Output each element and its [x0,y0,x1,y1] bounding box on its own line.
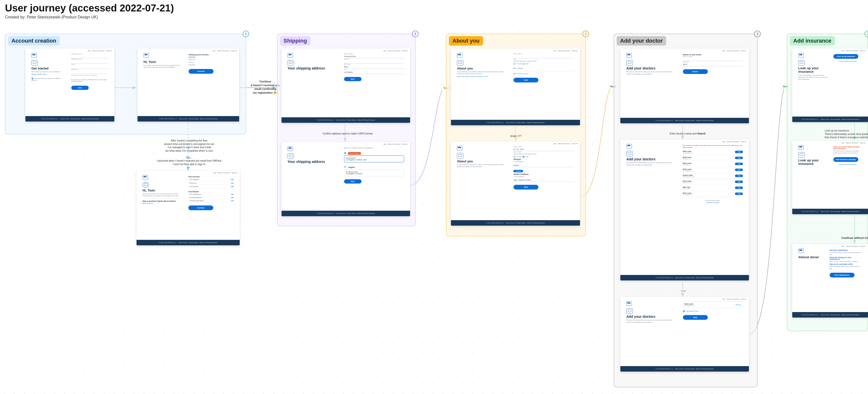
mock-dashboard[interactable]: FAQABOUT PILLPACKSIGN IN Hi, Tom! We jus… [136,171,240,245]
doctor-result-add-button[interactable]: Add [735,174,743,177]
doctor-added-addr: Los Angeles, CA [685,305,695,306]
almost-done-next-button[interactable]: Next: Medications [830,273,855,277]
mock-shipping-2[interactable]: FAQABOUT PILLPACKSIGN IN Your shipping a… [281,142,410,216]
dashboard-review-h: Your Review [188,191,234,193]
shield-icon [798,152,805,158]
mock-insurance-1[interactable]: FAQABOUT PILLPACKSIGN IN Look up your in… [792,48,868,122]
section-doctor-label: Add your doctor [617,36,666,45]
logo-icon [798,145,804,150]
almost-row3: Sign up for automatic refills [830,263,862,265]
mock-doctor-2[interactable]: FAQABOUT PILLPACKSIGN IN Add your doctor… [620,139,749,281]
doctor-2-sub: We need to know which doctors you see so… [626,162,675,166]
doctor-result-addr: New York, NY [683,182,692,184]
lookup-insurance-button[interactable]: Look up my insurance [833,54,858,59]
dashboard-title: Hi, Tom! [143,189,181,192]
doctor-result-add-button[interactable]: Add [735,169,743,171]
doctor-result-add-button[interactable]: Add [735,193,743,195]
insurance-error-h: Sorry, we weren't able to locate your in… [833,146,862,150]
field-city: Los Angeles [344,70,404,74]
shipping-2-hint: We found a nearby address in the databas… [344,147,404,149]
almost-done-title: Almost done! [798,256,825,259]
add-another-doctor: Add another doctor [686,310,699,312]
page-subtitle: Created by: Peter Staniszewski (Product … [5,15,174,20]
hi-tom-continue-button[interactable]: Continue [189,69,214,74]
doctor-3-sub: We need to know which doctors you see so… [626,319,675,323]
step-about: About you [189,59,233,61]
doctor-3-next-button[interactable]: Next [683,315,708,320]
shipping-2-next-button[interactable]: Next [344,179,362,184]
mock-doctor-1[interactable]: FAQABOUT PILLPACKSIGN IN Add your doctor… [620,48,749,123]
doctor-search-button[interactable]: Search [683,69,708,74]
allergy-pill: Peanuts [514,170,523,172]
field-dob-2: 02 / 23 / 1992 [514,147,574,151]
shipping-1-next-button[interactable]: Next [344,77,362,81]
doctor-none: Don't see your doctor? [705,200,720,201]
section-insurance-label: Add insurance [790,36,835,45]
conditions-h: Health Conditions [514,173,574,175]
doctor-result-row[interactable]: Brian LawnNew York, NYAdd [683,179,743,185]
mock-get-started[interactable]: FAQABOUT PILLPACKSIGN IN Get started Tel… [25,48,114,122]
doctor-result-add-button[interactable]: Add [735,163,743,165]
doctor-result-addr: Brooklyn, NY [683,158,692,160]
sex-male: Male [525,63,529,65]
almost-row1: Add your medications [830,249,862,251]
dashboard-acct-h: Your Account [188,176,234,177]
mock-hi-tom[interactable]: FAQABOUT PILLPACKSIGN IN Hi, Tom! It onl… [137,48,239,122]
logo-icon [457,53,462,58]
about-1-sub: As your pharmacy, we need to make sure w… [457,71,506,75]
radio-original [344,166,346,168]
doctor-result-name: Brian Lawn [683,192,693,194]
section-about-label: About you [449,36,483,45]
mock-shipping-1[interactable]: FAQABOUT PILLPACKSIGN IN Your shipping a… [281,48,410,123]
doctor-2-title: Add your doctors [626,157,675,161]
section-shipping-label: Shipping [280,36,310,45]
page-title: User journey (accessed 2022-07-21) [5,2,174,13]
doctor-3-title: Add your doctors [626,315,675,319]
section-doctor-badge: 3 [754,31,761,37]
mock-insurance-3[interactable]: FAQABOUT PILLPACKSIGN IN Almost done! Ad… [792,244,868,318]
no-conditions: No health conditions [515,73,529,74]
mock-insurance-2[interactable]: FAQABOUT PILLPACKSIGN IN Look up your in… [792,141,868,214]
mock-about-2[interactable]: FAQABOUT PILLPACKSIGN IN About you As yo… [451,141,580,226]
get-started-title: Get started [31,66,64,70]
doctor-result-row[interactable]: Brian LawnLos Angeles, CAAdd [683,149,743,155]
doctor-result-row[interactable]: Hubert LailleSan Francisco, CAAdd [683,173,743,179]
doctor-result-name: Brian Lawn [683,162,692,164]
doctor-result-addr: Los Angeles, CA [683,194,693,196]
doctor-result-add-button[interactable]: Add [735,180,743,183]
mock-about-1[interactable]: FAQABOUT PILLPACKSIGN IN About you As yo… [451,48,580,125]
mock-doctor-3[interactable]: FAQABOUT PILLPACKSIGN IN Add your doctor… [620,297,749,371]
doctor-result-add-button[interactable]: Add [735,157,743,159]
doctor-result-row[interactable]: Brian LawnOak Park, ILAdd [683,161,743,167]
doctor-1-title: Add your doctors [626,66,675,70]
search-doctor-h: Search for your doctor [683,54,743,56]
insurance-1-sub: If you're planning to use your pharmacy … [798,74,829,80]
person-icon [457,60,463,66]
step-shipping: Shipping [189,56,233,58]
section-account-badge: 1 [243,31,249,37]
mock-nav: FAQABOUT PILLPACKSIGN IN [88,50,112,52]
doctor-result-row[interactable]: Max LasaBoston, MAAdd [683,185,743,191]
about-1-next-button[interactable]: Next [514,78,538,83]
doctor-result-row[interactable]: Brian LawnLos Angeles, CAAdd [683,191,743,197]
add-insurance-manually-button[interactable]: Add insurance manually [833,157,858,162]
doctor-result-add-button[interactable]: Add [735,187,743,189]
about-1-title: About you [457,66,506,70]
get-started-sub1: Tell us about yourself and your medicati… [31,71,64,73]
logo-icon [31,53,37,58]
allergies-h: Allergies [514,158,574,160]
addr-recommended: 98 Harvest DrLos Angeles, CA 90021-1652 [344,155,404,162]
almost-row3d: We'll coordinate refills so your meds ar… [830,265,862,270]
dashboard-continue-button[interactable]: Continue [188,205,213,210]
page-header: User journey (accessed 2022-07-21) Creat… [5,2,174,20]
doctor-result-addr: Los Angeles, CA [683,170,693,172]
get-started-next-button[interactable]: Next [71,86,89,90]
doctor-result-row[interactable]: Brian LawnBrooklyn, NYAdd [683,155,743,161]
pwd-hint: Passwords must have at least 8 character… [71,74,108,76]
doctor-1-sub: We need to know which doctors you see so… [626,71,675,75]
doctor-result-add-button[interactable]: Add [735,151,743,153]
field-street: 98 Harvest Drive [344,55,404,58]
about-2-next-button[interactable]: Next [514,185,538,190]
logo-icon [798,53,804,58]
doctor-result-row[interactable]: Brian LawnLos Angeles, CAAdd [683,167,743,173]
